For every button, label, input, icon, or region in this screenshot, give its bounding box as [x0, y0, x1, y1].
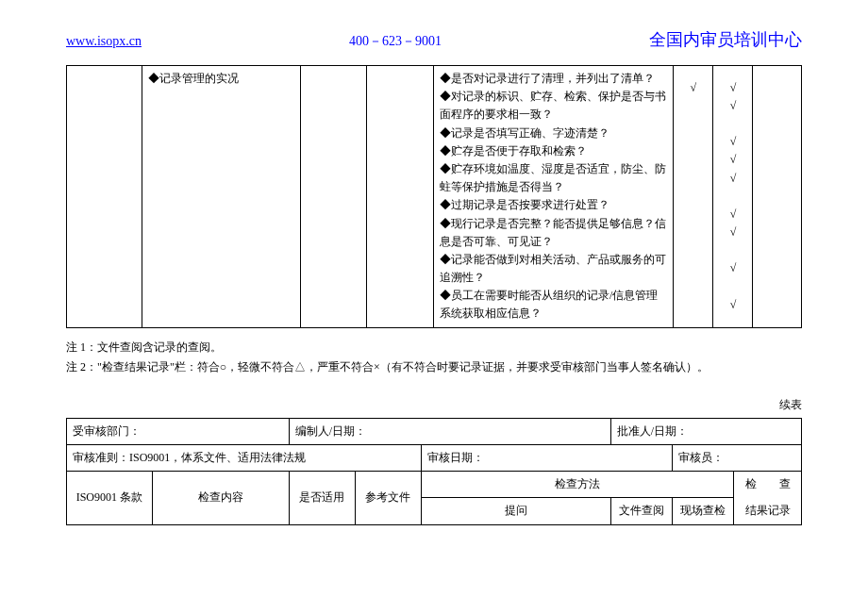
th-result-b: 结果记录 — [734, 498, 802, 524]
th-question: 提问 — [421, 498, 610, 524]
audit-date-cell: 审核日期： — [421, 445, 673, 472]
site-check-cell: √ √ √ √ √ √ √ √ √ — [713, 66, 753, 328]
table-row: 审核准则：ISO9001，体系文件、适用法律法规 审核日期： 审核员： — [67, 445, 802, 472]
header-url[interactable]: www.isopx.cn — [66, 34, 142, 49]
table-row: 受审核部门： 编制人/日期： 批准人/日期： — [67, 418, 802, 444]
th-result-a: 检 查 — [734, 472, 802, 498]
audit-criteria-cell: 审核准则：ISO9001，体系文件、适用法律法规 — [67, 445, 422, 472]
note-2: 注 2："检查结果记录"栏：符合○，轻微不符合△，严重不符合×（有不符合时要记录… — [66, 357, 802, 378]
th-reference: 参考文件 — [355, 472, 421, 524]
note-1: 注 1：文件查阅含记录的查阅。 — [66, 338, 802, 358]
continued-label: 续表 — [66, 397, 802, 413]
compiler-date-cell: 编制人/日期： — [289, 418, 610, 444]
approver-date-cell: 批准人/日期： — [610, 418, 801, 444]
doc-check-cell: √ — [674, 66, 713, 328]
th-site-check: 现场查检 — [673, 498, 734, 524]
questions-cell: ◆是否对记录进行了清理，并列出了清单？ ◆对记录的标识、贮存、检索、保护是否与书… — [433, 66, 673, 328]
table-row: ISO9001 条款 检查内容 是否适用 参考文件 检查方法 检 查 — [67, 472, 802, 498]
audited-dept-cell: 受审核部门： — [67, 418, 290, 444]
check-content-cell: ◆记录管理的实况 — [142, 66, 300, 328]
th-check-content: 检查内容 — [152, 472, 289, 524]
table-row: ◆记录管理的实况 ◆是否对记录进行了清理，并列出了清单？ ◆对记录的标识、贮存、… — [67, 66, 802, 328]
auditor-cell: 审核员： — [673, 445, 802, 472]
main-audit-table: ◆记录管理的实况 ◆是否对记录进行了清理，并列出了清单？ ◆对记录的标识、贮存、… — [66, 65, 802, 328]
th-doc-review: 文件查阅 — [610, 498, 672, 524]
header-title: 全国内审员培训中心 — [649, 28, 802, 51]
th-check-method: 检查方法 — [421, 472, 734, 498]
th-iso-clause: ISO9001 条款 — [67, 472, 153, 524]
header-info-table: 受审核部门： 编制人/日期： 批准人/日期： 审核准则：ISO9001，体系文件… — [66, 418, 802, 525]
th-applicable: 是否适用 — [289, 472, 355, 524]
header-phone: 400－623－9001 — [349, 33, 442, 50]
notes-section: 注 1：文件查阅含记录的查阅。 注 2："检查结果记录"栏：符合○，轻微不符合△… — [66, 338, 802, 378]
